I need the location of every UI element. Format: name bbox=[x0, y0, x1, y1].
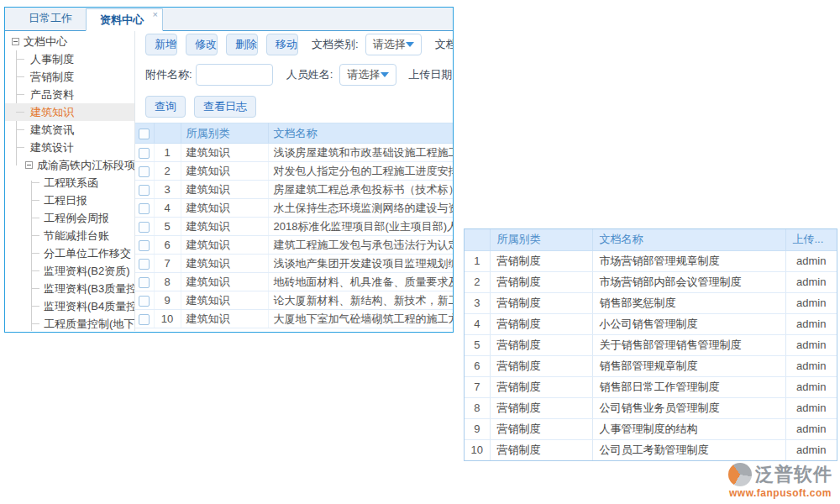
document-tree-sidebar: 文档中心 人事制度 营销制度 产品资料 建筑知识 建筑资讯 建筑设计 成渝高铁内… bbox=[5, 31, 135, 331]
fanpu-logo-icon bbox=[728, 463, 752, 486]
table-row[interactable]: 10 建筑知识 大厦地下室加气砼墙砌筑工程的施工方... bbox=[135, 310, 453, 328]
row-doc-name: 房屋建筑工程总承包投标书（技术标）... bbox=[268, 181, 453, 199]
row-number: 5 bbox=[154, 218, 181, 236]
row-number: 2 bbox=[154, 162, 181, 181]
tree-item[interactable]: 监理资料(B4质量控制) bbox=[5, 297, 134, 315]
tree-item[interactable]: 节能减排台账 bbox=[5, 227, 134, 244]
tree-item[interactable]: 营销制度 bbox=[5, 68, 134, 86]
person-name-select[interactable]: 请选择 bbox=[339, 64, 396, 86]
tab-data-center-label: 资料中心 bbox=[100, 13, 144, 26]
doc-name-label: 文档名称: bbox=[435, 37, 453, 52]
query-button[interactable]: 查询 bbox=[145, 96, 186, 118]
doc-category-value: 请选择 bbox=[373, 37, 406, 52]
row-checkbox[interactable] bbox=[139, 240, 150, 251]
table-row[interactable]: 4 建筑知识 水土保持生态环境监测网络的建设与资... bbox=[135, 199, 453, 218]
row-doc-name: 对发包人指定分包的工程施工进度安排... bbox=[268, 162, 453, 181]
table-row[interactable]: 6 建筑知识 建筑工程施工发包与承包违法行为认定... bbox=[135, 236, 453, 255]
table-row[interactable]: 5 营销制度 关于销售部管理销售管理制度 admin bbox=[465, 334, 837, 355]
table-row[interactable]: 8 营销制度 公司销售业务员管理制度 admin bbox=[465, 397, 837, 418]
row-checkbox[interactable] bbox=[139, 314, 150, 325]
table-row[interactable]: 1 建筑知识 浅谈房屋建筑和市政基础设施工程施工... bbox=[135, 144, 453, 162]
table-row[interactable]: 10 营销制度 公司员工考勤管理制度 admin bbox=[465, 439, 837, 460]
row-number: 9 bbox=[465, 418, 490, 439]
table-row[interactable]: 8 建筑知识 地砖地面材料、机具准备、质量要求及... bbox=[135, 273, 453, 291]
add-button[interactable]: 新增 bbox=[145, 34, 177, 55]
row-doc-name: 公司销售业务员管理制度 bbox=[592, 397, 785, 418]
table-row[interactable]: 9 营销制度 人事管理制度的结构 admin bbox=[465, 418, 837, 439]
table-row[interactable]: 3 建筑知识 房屋建筑工程总承包投标书（技术标）... bbox=[135, 181, 453, 199]
tree-item[interactable]: 工程质量控制(地下室) bbox=[5, 315, 134, 331]
row-checkbox[interactable] bbox=[139, 185, 150, 196]
fanpu-brand-text: 泛普软件 bbox=[755, 462, 832, 487]
tree-node-project[interactable]: 成渝高铁内江标段项目 bbox=[5, 156, 134, 174]
marketing-documents-table: 所属别类 文档名称 上传... 1 营销制度 市场营销部管理规章制度 admin… bbox=[465, 229, 837, 460]
row-number: 3 bbox=[154, 181, 181, 199]
row-category: 营销制度 bbox=[490, 439, 592, 460]
tab-daily-work[interactable]: 日常工作 bbox=[15, 8, 86, 30]
row-checkbox[interactable] bbox=[139, 259, 150, 270]
document-center-window: 日常工作 资料中心 × 文档中心 人事制度 营销制度 产品资料 建筑知识 建筑资… bbox=[4, 7, 454, 333]
doc-category-select[interactable]: 请选择 bbox=[365, 34, 422, 55]
row-category: 营销制度 bbox=[490, 271, 592, 292]
row-uploader: admin bbox=[785, 292, 837, 313]
select-all-checkbox[interactable] bbox=[139, 129, 150, 139]
row-uploader: admin bbox=[785, 418, 837, 439]
row-category: 营销制度 bbox=[490, 397, 592, 418]
row-number: 6 bbox=[154, 236, 181, 255]
tab-data-center[interactable]: 资料中心 × bbox=[86, 8, 163, 31]
table-row[interactable]: 7 建筑知识 浅谈地产集团开发建设项目监理规划编... bbox=[135, 255, 453, 273]
row-number: 6 bbox=[465, 355, 490, 376]
num-column-header bbox=[154, 123, 181, 144]
table-row[interactable]: 3 营销制度 销售部奖惩制度 admin bbox=[465, 292, 837, 313]
table-row[interactable]: 6 营销制度 销售部管理规章制度 admin bbox=[465, 355, 837, 376]
row-checkbox[interactable] bbox=[139, 222, 150, 233]
tree-item[interactable]: 建筑资讯 bbox=[5, 121, 134, 139]
row-category: 建筑知识 bbox=[181, 181, 268, 199]
table-row[interactable]: 4 营销制度 小公司销售管理制度 admin bbox=[465, 313, 837, 334]
table-row[interactable]: 7 营销制度 销售部日常工作管理制度 admin bbox=[465, 376, 837, 397]
table-row[interactable]: 2 建筑知识 对发包人指定分包的工程施工进度安排... bbox=[135, 162, 453, 181]
tree-collapse-icon[interactable] bbox=[12, 38, 19, 45]
tree-item[interactable]: 建筑设计 bbox=[5, 139, 134, 156]
table-row[interactable]: 1 营销制度 市场营销部管理规章制度 admin bbox=[465, 250, 837, 271]
attachment-name-input[interactable] bbox=[196, 64, 273, 86]
tree-item[interactable]: 监理资料(B2资质) bbox=[5, 262, 134, 280]
doc-name-column-header: 文档名称 bbox=[268, 123, 453, 144]
row-checkbox[interactable] bbox=[139, 148, 150, 159]
close-icon[interactable]: × bbox=[153, 10, 158, 19]
tree-collapse-icon[interactable] bbox=[25, 161, 33, 169]
attachment-name-label: 附件名称: bbox=[145, 67, 192, 82]
view-log-button[interactable]: 查看日志 bbox=[194, 96, 256, 118]
tree-item[interactable]: 人事制度 bbox=[5, 50, 134, 68]
tree-item[interactable]: 监理资料(B3质量控制) bbox=[5, 280, 134, 297]
tree-item[interactable]: 分工单位工作移交 bbox=[5, 244, 134, 262]
tree-item-selected[interactable]: 建筑知识 bbox=[5, 103, 134, 121]
row-checkbox[interactable] bbox=[139, 277, 150, 288]
table-row[interactable]: 5 建筑知识 2018标准化监理项目部(业主项目部)人员... bbox=[135, 218, 453, 236]
toolbar-row-1: 新增 修改 删除 移动 文档类别: 请选择 文档名称: bbox=[135, 34, 453, 55]
tree-node-document-center[interactable]: 文档中心 bbox=[5, 33, 134, 50]
row-doc-name: 人事管理制度的结构 bbox=[592, 418, 785, 439]
row-checkbox[interactable] bbox=[139, 296, 150, 307]
row-doc-name: 地砖地面材料、机具准备、质量要求及... bbox=[268, 273, 453, 291]
row-doc-name: 市场营销部内部会议管理制度 bbox=[592, 271, 785, 292]
edit-button[interactable]: 修改 bbox=[186, 34, 218, 55]
main-pane: 新增 修改 删除 移动 文档类别: 请选择 文档名称: 附件名称: 人员姓名: bbox=[135, 31, 453, 331]
row-uploader: admin bbox=[785, 334, 837, 355]
row-checkbox[interactable] bbox=[139, 203, 150, 214]
row-number: 1 bbox=[465, 250, 490, 271]
tree-item[interactable]: 工程联系函 bbox=[5, 174, 134, 192]
row-number: 8 bbox=[154, 273, 181, 291]
delete-button[interactable]: 删除 bbox=[226, 34, 258, 55]
row-checkbox[interactable] bbox=[139, 166, 150, 177]
move-button[interactable]: 移动 bbox=[266, 34, 298, 55]
table-row[interactable]: 2 营销制度 市场营销部内部会议管理制度 admin bbox=[465, 271, 837, 292]
category-column-header: 所属别类 bbox=[181, 123, 268, 144]
table-row[interactable]: 9 建筑知识 论大厦新材料、新结构、新技术，新工... bbox=[135, 291, 453, 310]
row-category: 营销制度 bbox=[490, 292, 592, 313]
row-category: 建筑知识 bbox=[181, 255, 268, 273]
tree-item[interactable]: 工程例会周报 bbox=[5, 209, 134, 227]
marketing-documents-panel: 所属别类 文档名称 上传... 1 营销制度 市场营销部管理规章制度 admin… bbox=[464, 228, 837, 461]
tree-item[interactable]: 产品资料 bbox=[5, 86, 134, 103]
tree-item[interactable]: 工程日报 bbox=[5, 192, 134, 209]
